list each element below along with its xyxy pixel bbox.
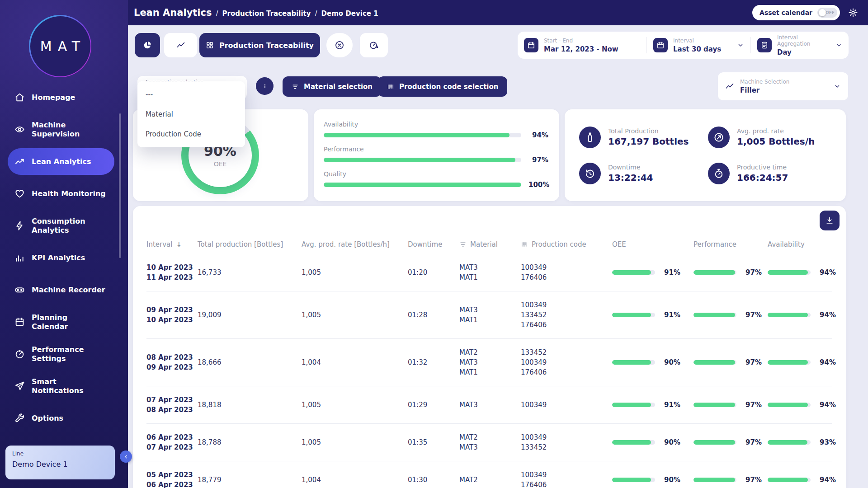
kpi-quality: Quality100%: [324, 170, 548, 189]
breadcrumb-item-traceability[interactable]: Production Traceability: [222, 9, 311, 18]
sidebar-collapse-button[interactable]: [120, 450, 132, 463]
production-code-selection-button[interactable]: Production code selection: [378, 76, 507, 97]
total-production-cell: 18,666: [198, 357, 302, 367]
production-code-selection-label: Production code selection: [399, 83, 498, 91]
download-button[interactable]: [820, 211, 840, 230]
dropdown-option[interactable]: ---: [137, 84, 245, 104]
settings-gear-icon[interactable]: [848, 8, 858, 18]
material-cell: MAT2MAT3: [459, 432, 521, 452]
sidebar-item-label: Planning Calendar: [32, 313, 87, 330]
info-button[interactable]: [256, 77, 274, 95]
stat-label: Downtime: [608, 164, 653, 171]
interval-cell: 06 Apr 202307 Apr 2023: [146, 432, 198, 452]
machine-selection-label: Machine Selection: [740, 79, 789, 85]
app-root: MAT HomepageMachine SupervisionLean Anal…: [0, 0, 868, 488]
performance-cell: 97%: [693, 438, 768, 446]
kpi-label: Availability: [324, 121, 548, 128]
production-code-cell: 100349: [521, 400, 612, 410]
chevron-down-icon: [834, 83, 841, 90]
interval-aggregation-label: Interval Aggregation: [777, 34, 830, 47]
device-card[interactable]: Line Demo Device 1: [5, 446, 115, 479]
sidebar-scrollbar[interactable]: [119, 113, 121, 258]
machine-selection-dropdown[interactable]: Machine Selection Filler: [718, 72, 848, 100]
stat-total-production: Total Production167,197 Bottles: [579, 127, 708, 148]
sidebar-item-kpi-analytics[interactable]: KPI Analytics: [8, 244, 114, 271]
sidebar-item-label: Consumption Analytics: [32, 217, 87, 234]
interval-aggregation-select[interactable]: Interval Aggregation Day: [751, 32, 849, 59]
table-body: 10 Apr 202311 Apr 202316,7331,00501:20MA…: [146, 254, 832, 488]
heart-icon: [14, 188, 25, 199]
total-production-cell: 19,009: [198, 310, 302, 320]
logo-text: MAT: [30, 16, 90, 76]
avg-rate-cell: 1,004: [302, 357, 408, 367]
column-header-availability: Availability: [768, 240, 832, 249]
stat-label: Productive time: [737, 164, 788, 171]
sidebar-item-consumption-analytics[interactable]: Consumption Analytics: [8, 212, 114, 239]
downtime-cell: 01:35: [408, 437, 459, 447]
interval-select[interactable]: Interval Last 30 days: [647, 32, 750, 59]
mat-logo: MAT: [29, 15, 91, 77]
kpi-bar: [324, 183, 521, 187]
sidebar-item-machine-supervision[interactable]: Machine Supervision: [8, 116, 114, 143]
recorder-icon: [14, 285, 25, 295]
bars-icon: [14, 253, 25, 263]
column-header-interval[interactable]: Interval↓: [146, 240, 198, 249]
material-icon: [459, 241, 467, 248]
chevron-down-icon: [835, 42, 842, 49]
info-icon: [261, 82, 269, 90]
column-header-oee: OEE: [612, 240, 693, 249]
oee-cell: 91%: [612, 268, 693, 277]
production-traceability-button[interactable]: Production Traceability: [199, 33, 320, 57]
home-icon: [14, 92, 25, 103]
sidebar-item-homepage[interactable]: Homepage: [8, 84, 114, 111]
sidebar-item-planning-calendar[interactable]: Planning Calendar: [8, 309, 114, 335]
pie-chart-icon: [143, 41, 152, 50]
dropdown-option[interactable]: Production Code: [137, 124, 245, 144]
clear-selection-button[interactable]: [326, 33, 353, 57]
breadcrumb-item-device[interactable]: Demo Device 1: [321, 9, 378, 18]
avg-rate-cell: 1,005: [302, 267, 408, 277]
asset-calendar-toggle[interactable]: Asset calendar OFF: [752, 5, 840, 20]
interval-label: Interval: [673, 38, 721, 44]
dropdown-option[interactable]: Material: [137, 104, 245, 124]
production-code-cell: 100349176406: [521, 470, 612, 488]
machine-oee-view-button[interactable]: [360, 33, 388, 57]
availability-cell: 94%: [768, 476, 836, 484]
stat-value: 166:24:57: [737, 172, 788, 183]
availability-cell: 94%: [768, 311, 836, 319]
material-cell: MAT2: [459, 475, 521, 485]
oee-cell: 90%: [612, 358, 693, 366]
sidebar-item-lean-analytics[interactable]: Lean Analytics: [8, 148, 114, 175]
sidebar-item-label: Smart Notifications: [32, 377, 87, 394]
availability-cell: 94%: [768, 358, 836, 366]
barcode-icon: [521, 241, 528, 248]
kpi-bars-card: Availability94%Performance97%Quality100%: [314, 109, 559, 201]
kpi-percent: 97%: [528, 156, 548, 164]
trend-icon: [14, 156, 25, 167]
sidebar-item-machine-recorder[interactable]: Machine Recorder: [8, 277, 114, 303]
sidebar-item-smart-notifications[interactable]: Smart Notifications: [8, 373, 114, 399]
column-header-material: Material: [459, 240, 521, 249]
line-chart-view-button[interactable]: [164, 33, 197, 57]
date-range-control[interactable]: Start - End Mar 12, 2023 - Now: [518, 32, 646, 59]
stat-value: 1,005 Bottles/h: [737, 136, 815, 147]
total-production-cell: 18,779: [198, 475, 302, 485]
breadcrumb-separator: [216, 9, 218, 18]
sidebar-item-performance-settings[interactable]: Performance Settings: [8, 341, 114, 367]
sidebar-item-health-monitoring[interactable]: Health Monitoring: [8, 180, 114, 207]
material-selection-button[interactable]: Material selection: [283, 76, 382, 97]
stat-productive-time: Productive time166:24:57: [708, 163, 837, 184]
calendar-icon: [653, 38, 668, 52]
stopwatch-icon: [708, 163, 730, 184]
stat-label: Total Production: [608, 127, 689, 135]
material-cell: MAT3: [459, 400, 521, 410]
oee-cell: 91%: [612, 311, 693, 319]
toggle-knob: [819, 9, 826, 16]
sidebar-item-options[interactable]: Options: [8, 405, 114, 432]
pie-chart-view-button[interactable]: [135, 33, 160, 57]
sidebar-item-label: Machine Supervision: [32, 121, 87, 138]
topbar-right: Asset calendar OFF: [752, 5, 858, 20]
machine-oee-icon: [369, 40, 379, 50]
calendar-icon: [14, 317, 25, 327]
breadcrumb: Lean Analytics Production Traceability D…: [134, 7, 378, 18]
